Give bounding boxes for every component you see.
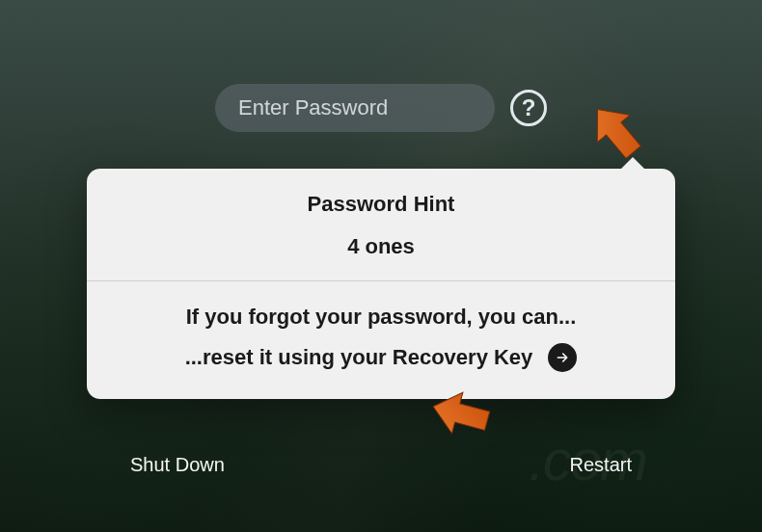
restart-button[interactable]: Restart: [570, 454, 632, 476]
password-hint-popover: Password Hint 4 ones If you forgot your …: [87, 169, 675, 399]
reset-arrow-button[interactable]: [548, 343, 577, 372]
restart-label: Restart: [570, 454, 632, 476]
password-input[interactable]: [215, 84, 495, 132]
hint-title: Password Hint: [116, 192, 646, 217]
shutdown-label: Shut Down: [130, 454, 225, 476]
hint-value: 4 ones: [116, 234, 646, 259]
reset-recovery-label: ...reset it using your Recovery Key: [185, 345, 533, 370]
password-row: ?: [215, 84, 547, 132]
power-options-row: Shut Down Restart: [130, 454, 632, 476]
divider: [87, 280, 675, 281]
arrow-right-icon: [555, 350, 570, 365]
shutdown-button[interactable]: Shut Down: [130, 454, 225, 476]
reset-recovery-row[interactable]: ...reset it using your Recovery Key: [116, 343, 646, 372]
forgot-password-text: If you forgot your password, you can...: [116, 305, 646, 330]
password-hint-button[interactable]: ?: [510, 90, 547, 126]
question-mark-icon: ?: [522, 94, 536, 121]
